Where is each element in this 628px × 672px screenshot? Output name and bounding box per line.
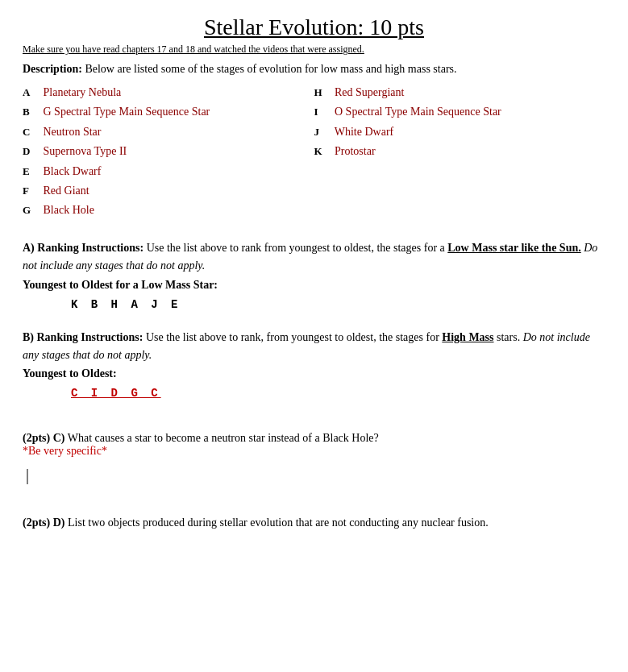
item-label: G Spectral Type Main Sequence Star xyxy=(40,103,210,121)
section-b-youngest-label: Youngest to Oldest: xyxy=(23,367,605,380)
section-a-label: A) Ranking Instructions: xyxy=(23,242,143,254)
section-c-pts: (2pts) C) xyxy=(23,432,65,444)
section-a-title: A) Ranking Instructions: Use the list ab… xyxy=(23,239,605,276)
section-b-text: Use the list above to rank, from younges… xyxy=(143,331,442,343)
items-right-col: H Red SupergiantI O Spectral Type Main S… xyxy=(314,84,606,222)
section-a-answer: K B H A J E xyxy=(71,298,605,311)
section-a: A) Ranking Instructions: Use the list ab… xyxy=(23,239,605,311)
items-left-col: A Planetary NebulaB G Spectral Type Main… xyxy=(23,84,314,222)
item-letter: F xyxy=(23,183,40,200)
item-label: Red Giant xyxy=(40,182,89,200)
section-b-title: B) Ranking Instructions: Use the list ab… xyxy=(23,329,605,365)
list-item: F Red Giant xyxy=(23,182,314,200)
item-label: O Spectral Type Main Sequence Star xyxy=(332,103,501,121)
list-item: E Black Dwarf xyxy=(23,163,314,180)
section-b: B) Ranking Instructions: Use the list ab… xyxy=(23,329,605,400)
page-title: Stellar Evolution: 10 pts xyxy=(23,15,605,40)
list-item: A Planetary Nebula xyxy=(23,84,314,102)
list-item: H Red Supergiant xyxy=(314,84,606,102)
section-c-text: What causes a star to become a neutron s… xyxy=(65,432,379,444)
subtitle: Make sure you have read chapters 17 and … xyxy=(23,44,605,56)
section-b-label: B) Ranking Instructions: xyxy=(23,331,143,343)
section-b-answer: C I D G C xyxy=(71,387,605,400)
list-item: I O Spectral Type Main Sequence Star xyxy=(314,103,606,121)
list-item: C Neutron Star xyxy=(23,123,314,141)
section-b-text2: stars. xyxy=(494,331,523,343)
list-item: G Black Hole xyxy=(23,201,314,219)
section-d: (2pts) D) List two objects produced duri… xyxy=(23,516,605,529)
item-list: A Planetary NebulaB G Spectral Type Main… xyxy=(23,84,605,222)
section-c-cursor[interactable]: | xyxy=(26,466,605,484)
section-a-text: Use the list above to rank from youngest… xyxy=(143,242,447,254)
list-item: D Supernova Type II xyxy=(23,143,314,160)
section-a-youngest-label: Youngest to Oldest for a Low Mass Star: xyxy=(23,279,605,292)
list-item: J White Dwarf xyxy=(314,123,606,141)
section-c: (2pts) C) What causes a star to become a… xyxy=(23,432,605,484)
item-letter: A xyxy=(23,85,40,102)
item-label: Planetary Nebula xyxy=(40,84,121,102)
item-letter: H xyxy=(314,85,332,102)
item-letter: G xyxy=(23,202,40,219)
section-c-question: (2pts) C) What causes a star to become a… xyxy=(23,432,605,445)
item-letter: D xyxy=(23,143,40,160)
section-d-question: (2pts) D) List two objects produced duri… xyxy=(23,516,605,529)
item-label: Red Supergiant xyxy=(332,84,405,102)
item-letter: J xyxy=(314,124,332,141)
item-label: Protostar xyxy=(332,143,376,160)
description-bold: Description: xyxy=(23,63,82,75)
section-d-text: List two objects produced during stellar… xyxy=(65,516,489,529)
item-label: Neutron Star xyxy=(40,123,101,141)
section-a-bold-underline: Low Mass star like the Sun. xyxy=(447,242,580,254)
item-label: Black Dwarf xyxy=(40,163,101,180)
section-d-pts: (2pts) D) xyxy=(23,516,65,529)
description-text: Below are listed some of the stages of e… xyxy=(82,63,457,75)
section-b-bold-underline: High Mass xyxy=(442,331,493,343)
item-label: White Dwarf xyxy=(332,123,394,141)
item-label: Black Hole xyxy=(40,201,94,219)
item-letter: I xyxy=(314,104,332,121)
item-letter: E xyxy=(23,164,40,180)
description: Description: Below are listed some of th… xyxy=(23,60,605,77)
section-c-be-specific: *Be very specific* xyxy=(23,445,605,458)
item-letter: K xyxy=(314,143,332,160)
item-letter: C xyxy=(23,124,40,141)
list-item: K Protostar xyxy=(314,143,606,160)
item-label: Supernova Type II xyxy=(40,143,127,160)
list-item: B G Spectral Type Main Sequence Star xyxy=(23,103,314,121)
item-letter: B xyxy=(23,104,40,121)
